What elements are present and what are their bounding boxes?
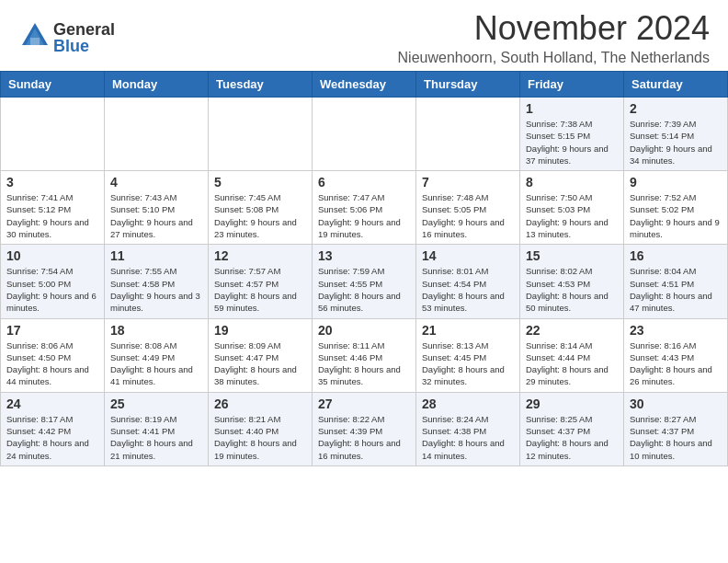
day-number: 30: [630, 396, 722, 411]
calendar-cell: 2Sunrise: 7:39 AM Sunset: 5:14 PM Daylig…: [624, 98, 728, 171]
day-info: Sunrise: 8:19 AM Sunset: 4:41 PM Dayligh…: [110, 413, 202, 462]
calendar-cell: [313, 98, 416, 171]
calendar-cell: 18Sunrise: 8:08 AM Sunset: 4:49 PM Dayli…: [105, 318, 209, 392]
day-info: Sunrise: 7:39 AM Sunset: 5:14 PM Dayligh…: [630, 118, 722, 167]
day-info: Sunrise: 8:04 AM Sunset: 4:51 PM Dayligh…: [630, 265, 722, 314]
calendar-cell: [105, 98, 209, 171]
col-friday: Friday: [520, 72, 624, 98]
calendar-cell: [209, 98, 313, 171]
day-info: Sunrise: 7:38 AM Sunset: 5:15 PM Dayligh…: [526, 118, 618, 167]
calendar-cell: 30Sunrise: 8:27 AM Sunset: 4:37 PM Dayli…: [624, 392, 728, 465]
location-title: Nieuwenhoorn, South Holland, The Netherl…: [398, 50, 710, 66]
calendar-cell: 6Sunrise: 7:47 AM Sunset: 5:06 PM Daylig…: [313, 171, 416, 245]
day-info: Sunrise: 8:27 AM Sunset: 4:37 PM Dayligh…: [630, 413, 722, 462]
title-block: November 2024 Nieuwenhoorn, South Hollan…: [398, 9, 710, 66]
calendar-cell: 5Sunrise: 7:45 AM Sunset: 5:08 PM Daylig…: [209, 171, 313, 245]
day-info: Sunrise: 8:09 AM Sunset: 4:47 PM Dayligh…: [214, 339, 306, 388]
day-info: Sunrise: 8:21 AM Sunset: 4:40 PM Dayligh…: [214, 413, 306, 462]
day-number: 12: [214, 248, 306, 263]
day-info: Sunrise: 8:06 AM Sunset: 4:50 PM Dayligh…: [6, 339, 98, 388]
calendar-cell: 8Sunrise: 7:50 AM Sunset: 5:03 PM Daylig…: [520, 171, 624, 245]
day-info: Sunrise: 8:13 AM Sunset: 4:45 PM Dayligh…: [422, 339, 514, 388]
calendar-cell: 7Sunrise: 7:48 AM Sunset: 5:05 PM Daylig…: [416, 171, 520, 245]
calendar-cell: 24Sunrise: 8:17 AM Sunset: 4:42 PM Dayli…: [1, 392, 105, 465]
day-number: 18: [110, 323, 202, 338]
calendar-cell: [416, 98, 520, 171]
calendar-row-1: 1Sunrise: 7:38 AM Sunset: 5:15 PM Daylig…: [1, 98, 728, 171]
day-number: 21: [422, 323, 514, 338]
calendar-cell: 21Sunrise: 8:13 AM Sunset: 4:45 PM Dayli…: [416, 318, 520, 392]
calendar-cell: 3Sunrise: 7:41 AM Sunset: 5:12 PM Daylig…: [1, 171, 105, 245]
day-number: 24: [6, 396, 98, 411]
calendar-cell: 16Sunrise: 8:04 AM Sunset: 4:51 PM Dayli…: [624, 245, 728, 318]
day-number: 20: [318, 323, 410, 338]
month-title: November 2024: [398, 9, 710, 48]
calendar-cell: 4Sunrise: 7:43 AM Sunset: 5:10 PM Daylig…: [105, 171, 209, 245]
day-number: 28: [422, 396, 514, 411]
day-info: Sunrise: 7:52 AM Sunset: 5:02 PM Dayligh…: [630, 191, 722, 240]
day-info: Sunrise: 8:24 AM Sunset: 4:38 PM Dayligh…: [422, 413, 514, 462]
logo-general-text: General: [53, 21, 115, 38]
calendar-cell: 11Sunrise: 7:55 AM Sunset: 4:58 PM Dayli…: [105, 245, 209, 318]
day-number: 26: [214, 396, 306, 411]
col-monday: Monday: [105, 72, 209, 98]
calendar-cell: 17Sunrise: 8:06 AM Sunset: 4:50 PM Dayli…: [1, 318, 105, 392]
calendar-cell: 1Sunrise: 7:38 AM Sunset: 5:15 PM Daylig…: [520, 98, 624, 171]
day-number: 6: [318, 175, 410, 190]
svg-rect-2: [30, 38, 40, 45]
day-number: 11: [110, 248, 202, 263]
calendar-cell: 10Sunrise: 7:54 AM Sunset: 5:00 PM Dayli…: [1, 245, 105, 318]
day-number: 27: [318, 396, 410, 411]
day-info: Sunrise: 7:59 AM Sunset: 4:55 PM Dayligh…: [318, 265, 410, 314]
day-number: 22: [526, 323, 618, 338]
calendar-cell: 29Sunrise: 8:25 AM Sunset: 4:37 PM Dayli…: [520, 392, 624, 465]
calendar-row-5: 24Sunrise: 8:17 AM Sunset: 4:42 PM Dayli…: [1, 392, 728, 465]
calendar-cell: 15Sunrise: 8:02 AM Sunset: 4:53 PM Dayli…: [520, 245, 624, 318]
day-info: Sunrise: 7:57 AM Sunset: 4:57 PM Dayligh…: [214, 265, 306, 314]
logo: General Blue: [18, 19, 115, 56]
day-number: 14: [422, 248, 514, 263]
calendar-cell: 26Sunrise: 8:21 AM Sunset: 4:40 PM Dayli…: [209, 392, 313, 465]
day-number: 25: [110, 396, 202, 411]
page-container: General Blue November 2024 Nieuwenhoorn,…: [0, 0, 728, 476]
logo-text: General Blue: [53, 21, 115, 54]
day-number: 2: [630, 101, 722, 116]
calendar-cell: 9Sunrise: 7:52 AM Sunset: 5:02 PM Daylig…: [624, 171, 728, 245]
calendar-cell: [1, 98, 105, 171]
day-info: Sunrise: 8:14 AM Sunset: 4:44 PM Dayligh…: [526, 339, 618, 388]
calendar-row-4: 17Sunrise: 8:06 AM Sunset: 4:50 PM Dayli…: [1, 318, 728, 392]
day-info: Sunrise: 7:41 AM Sunset: 5:12 PM Dayligh…: [6, 191, 98, 240]
col-saturday: Saturday: [624, 72, 728, 98]
day-info: Sunrise: 7:43 AM Sunset: 5:10 PM Dayligh…: [110, 191, 202, 240]
day-info: Sunrise: 8:08 AM Sunset: 4:49 PM Dayligh…: [110, 339, 202, 388]
day-number: 9: [630, 175, 722, 190]
day-info: Sunrise: 7:47 AM Sunset: 5:06 PM Dayligh…: [318, 191, 410, 240]
header: General Blue November 2024 Nieuwenhoorn,…: [0, 0, 728, 71]
day-number: 8: [526, 175, 618, 190]
day-info: Sunrise: 7:48 AM Sunset: 5:05 PM Dayligh…: [422, 191, 514, 240]
calendar-cell: 13Sunrise: 7:59 AM Sunset: 4:55 PM Dayli…: [313, 245, 416, 318]
calendar-cell: 27Sunrise: 8:22 AM Sunset: 4:39 PM Dayli…: [313, 392, 416, 465]
col-sunday: Sunday: [1, 72, 105, 98]
day-number: 15: [526, 248, 618, 263]
day-number: 13: [318, 248, 410, 263]
day-number: 17: [6, 323, 98, 338]
day-info: Sunrise: 8:11 AM Sunset: 4:46 PM Dayligh…: [318, 339, 410, 388]
calendar-cell: 22Sunrise: 8:14 AM Sunset: 4:44 PM Dayli…: [520, 318, 624, 392]
day-number: 23: [630, 323, 722, 338]
day-number: 7: [422, 175, 514, 190]
calendar-cell: 20Sunrise: 8:11 AM Sunset: 4:46 PM Dayli…: [313, 318, 416, 392]
col-wednesday: Wednesday: [313, 72, 416, 98]
calendar-cell: 14Sunrise: 8:01 AM Sunset: 4:54 PM Dayli…: [416, 245, 520, 318]
day-number: 3: [6, 175, 98, 190]
day-number: 16: [630, 248, 722, 263]
day-info: Sunrise: 7:55 AM Sunset: 4:58 PM Dayligh…: [110, 265, 202, 314]
day-number: 19: [214, 323, 306, 338]
col-tuesday: Tuesday: [209, 72, 313, 98]
calendar-cell: 25Sunrise: 8:19 AM Sunset: 4:41 PM Dayli…: [105, 392, 209, 465]
day-number: 4: [110, 175, 202, 190]
day-info: Sunrise: 8:16 AM Sunset: 4:43 PM Dayligh…: [630, 339, 722, 388]
logo-blue-text: Blue: [53, 38, 115, 54]
calendar-cell: 28Sunrise: 8:24 AM Sunset: 4:38 PM Dayli…: [416, 392, 520, 465]
day-info: Sunrise: 7:54 AM Sunset: 5:00 PM Dayligh…: [6, 265, 98, 314]
